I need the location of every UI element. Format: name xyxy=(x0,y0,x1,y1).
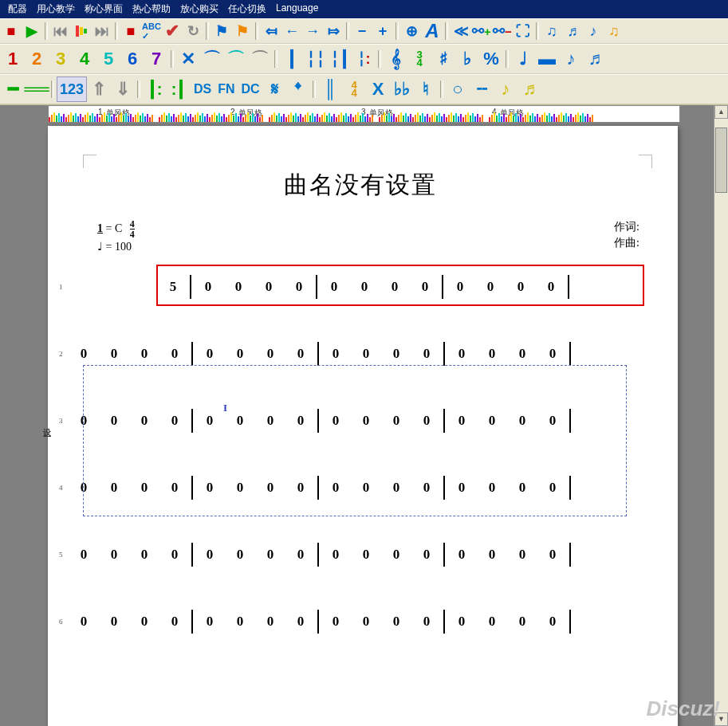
note[interactable]: 0 xyxy=(351,346,381,362)
num-4-button[interactable]: 4 xyxy=(73,47,96,71)
num-2-button[interactable]: 2 xyxy=(25,47,49,71)
note[interactable]: 0 xyxy=(195,413,225,429)
note[interactable]: 0 xyxy=(351,413,381,429)
note3-icon[interactable]: ♪ xyxy=(583,21,604,41)
link-add-icon[interactable]: ⚯+ xyxy=(471,21,492,41)
note[interactable]: 0 xyxy=(351,547,381,563)
staff-row[interactable]: 60000000000000000 xyxy=(69,607,652,636)
note[interactable]: 0 xyxy=(410,279,440,295)
credit-lyricist[interactable]: 作词: xyxy=(614,219,639,235)
note[interactable]: 0 xyxy=(255,413,285,429)
tempo[interactable]: ♩ = 100 xyxy=(97,239,135,255)
dc-icon[interactable]: DC xyxy=(238,77,262,101)
arc-cyan-icon[interactable]: ⌒ xyxy=(224,47,248,71)
barline[interactable] xyxy=(191,610,193,634)
note[interactable]: 0 xyxy=(225,413,255,429)
note[interactable]: 0 xyxy=(69,614,99,630)
eighth-note-icon[interactable]: ♪ xyxy=(559,47,583,71)
note[interactable]: 0 xyxy=(507,547,537,563)
barline[interactable] xyxy=(443,476,445,500)
note[interactable]: 0 xyxy=(254,279,284,295)
crop-icon[interactable]: ⛶ xyxy=(513,21,533,41)
barline[interactable] xyxy=(443,610,445,634)
repeat-start-icon[interactable]: ┃: xyxy=(143,77,167,101)
num-1-button[interactable]: 1 xyxy=(1,47,25,71)
note[interactable]: 0 xyxy=(129,480,159,496)
note[interactable]: 0 xyxy=(225,614,255,630)
note[interactable]: 0 xyxy=(477,346,507,362)
note[interactable]: 0 xyxy=(159,346,190,362)
note[interactable]: 0 xyxy=(381,614,411,630)
note[interactable]: 0 xyxy=(537,346,568,362)
nav-next-icon[interactable]: → xyxy=(302,21,323,41)
abc-icon[interactable]: ABC✓ xyxy=(141,21,162,41)
note[interactable]: 0 xyxy=(381,547,411,563)
coda-icon[interactable]: 𝄌 xyxy=(286,77,310,101)
note[interactable]: 0 xyxy=(411,614,442,630)
note2-icon[interactable]: ♬ xyxy=(562,21,583,41)
note[interactable]: 0 xyxy=(255,614,285,630)
timesig-34-icon[interactable]: 34 xyxy=(407,47,431,71)
x-icon[interactable]: ✕ xyxy=(176,47,200,71)
barline[interactable] xyxy=(190,275,191,299)
menu-item[interactable]: 热心帮助 xyxy=(128,2,175,17)
menu-item[interactable]: 放心购买 xyxy=(175,2,223,17)
note[interactable]: 0 xyxy=(284,279,314,295)
num-5-button[interactable]: 5 xyxy=(96,47,120,71)
num-6-button[interactable]: 6 xyxy=(120,47,144,71)
clef-icon[interactable]: 𝄞 xyxy=(384,47,407,71)
page-title[interactable]: 曲名没有设置 xyxy=(53,169,668,202)
note[interactable]: 0 xyxy=(537,480,568,496)
barline[interactable] xyxy=(443,409,445,433)
note[interactable]: 0 xyxy=(321,346,351,362)
menu-item[interactable]: 配器 xyxy=(3,2,32,17)
num-mode-icon[interactable]: 123 xyxy=(57,77,87,102)
note[interactable]: 0 xyxy=(536,279,566,295)
note[interactable]: 0 xyxy=(411,480,442,496)
play-icon[interactable]: ▶ xyxy=(22,21,42,41)
note[interactable]: 0 xyxy=(99,346,129,362)
note[interactable]: 0 xyxy=(255,547,285,563)
plus-icon[interactable]: + xyxy=(372,21,393,41)
num-3-button[interactable]: 3 xyxy=(49,47,73,71)
side-tab[interactable]: 设 xyxy=(43,427,51,438)
scroll-up-icon[interactable]: ▲ xyxy=(714,105,728,119)
note[interactable]: 0 xyxy=(129,346,159,362)
num-7-button[interactable]: 7 xyxy=(144,47,168,71)
link-del-icon[interactable]: ⚯− xyxy=(492,21,513,41)
note[interactable]: 0 xyxy=(225,480,255,496)
line-long-icon[interactable]: ══ xyxy=(25,77,49,101)
barline[interactable] xyxy=(568,275,569,299)
barline[interactable] xyxy=(191,409,193,433)
nav-prev-icon[interactable]: ← xyxy=(281,21,302,41)
percent-icon[interactable]: % xyxy=(479,47,503,71)
note[interactable]: 0 xyxy=(477,547,507,563)
note[interactable]: 0 xyxy=(285,614,316,630)
note[interactable]: 0 xyxy=(319,279,349,295)
key-signature[interactable]: 1 = C 44 xyxy=(97,219,135,239)
flag-blue-icon[interactable]: ⚑ xyxy=(211,21,232,41)
bb-icon[interactable]: ♭♭ xyxy=(390,77,414,101)
note[interactable]: 0 xyxy=(225,547,255,563)
timesig-44-icon[interactable]: 44 xyxy=(342,77,366,101)
note4-icon[interactable]: ♫ xyxy=(604,21,624,41)
note[interactable]: 0 xyxy=(285,346,316,362)
note[interactable]: 0 xyxy=(99,547,129,563)
note[interactable]: 0 xyxy=(445,279,475,295)
note[interactable]: 0 xyxy=(381,413,411,429)
ruler[interactable]: 1 单风格 2 单风格 3 单风格 4 单风格 /*strips drawn v… xyxy=(48,105,680,123)
note[interactable]: 0 xyxy=(411,346,442,362)
note[interactable]: 0 xyxy=(285,413,316,429)
barline[interactable] xyxy=(317,409,319,433)
whole-rest-icon[interactable]: ▬ xyxy=(535,47,559,71)
bars-tall-icon[interactable]: ║ xyxy=(318,77,342,101)
fn-icon[interactable]: FN xyxy=(214,77,238,101)
note[interactable]: 0 xyxy=(351,614,381,630)
ds-icon[interactable]: DS xyxy=(191,77,214,101)
note[interactable]: 0 xyxy=(349,279,380,295)
minus-icon[interactable]: − xyxy=(352,21,372,41)
note[interactable]: 0 xyxy=(537,614,568,630)
barline[interactable] xyxy=(317,543,319,567)
stop-red-icon[interactable]: ■ xyxy=(120,21,141,41)
line-short-icon[interactable]: ━ xyxy=(1,77,25,101)
